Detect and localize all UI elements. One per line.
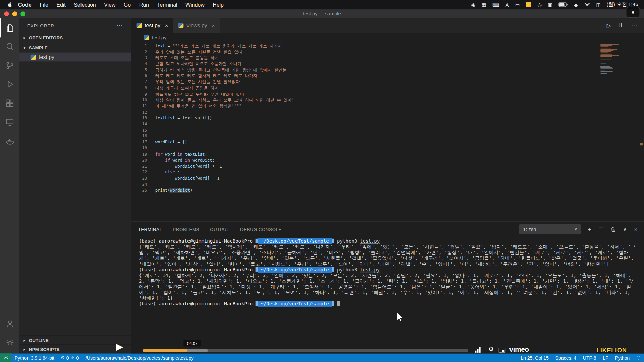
screen-record-icon[interactable]: ◉ <box>471 2 475 7</box>
menu-item-go[interactable]: Go <box>120 2 135 8</box>
code-editor[interactable]: 1text = """케로 케로 케로 케로 힘차게 케로 케로 케로 나가자2… <box>131 42 644 221</box>
menu-item-file[interactable]: File <box>36 2 52 8</box>
video-progress-bar[interactable] <box>143 349 468 352</box>
minimize-window-button[interactable] <box>12 11 17 16</box>
cursor-position[interactable]: Ln 25, Col 15 <box>517 355 552 360</box>
code-line-9[interactable]: 9힘들어도 밝은 얼굴 웃어봐 우린 내일이 있어 <box>131 91 644 97</box>
video-settings-gear-icon[interactable]: ⚙ <box>488 346 494 352</box>
kill-terminal-button[interactable] <box>610 226 616 232</box>
maximize-panel-button[interactable]: ∧ <box>623 226 627 232</box>
indentation[interactable]: Spaces: 4 <box>552 355 580 360</box>
terminal-content[interactable]: (base) aurorawhale@gimmingiui-MacBookPro… <box>131 236 644 354</box>
activity-bar-accounts[interactable] <box>0 314 19 333</box>
minimap[interactable] <box>600 44 638 74</box>
section-npm-scripts[interactable]: ▸ NPM SCRIPTS <box>19 344 131 353</box>
breadcrumb[interactable]: test.py <box>131 33 644 42</box>
breadcrumb-item[interactable]: test.py <box>152 35 166 40</box>
menu-item-terminal[interactable]: Terminal <box>153 2 181 8</box>
code-line-23[interactable]: 23 wordDict[word] = 1 <box>131 176 644 182</box>
siri-icon[interactable]: ◎ <box>537 2 542 7</box>
screen-mirroring-icon[interactable]: ▣ <box>548 2 552 7</box>
code-line-16[interactable]: 16 <box>131 133 644 139</box>
code-line-22[interactable]: 22 else : <box>131 170 644 176</box>
code-line-5[interactable]: 5급하게 탄 버스 방향 틀리고 건널목에 가면 항상 내 앞에서 빨간불 <box>131 67 644 73</box>
close-icon[interactable]: × <box>212 22 215 29</box>
code-line-24[interactable]: 24 <box>131 182 644 188</box>
code-line-18[interactable]: 18 <box>131 145 644 152</box>
run-file-button[interactable]: ▷ <box>607 22 611 29</box>
vimeo-logo[interactable]: vimeo <box>509 346 529 354</box>
video-like-button[interactable]: ♥ <box>626 7 640 18</box>
more-actions-icon[interactable]: ⋯ <box>632 22 637 29</box>
code-line-25[interactable]: 25print(wordDict) <box>131 188 644 194</box>
code-line-13[interactable]: 13textList = text.split() <box>131 115 644 121</box>
code-line-1[interactable]: 1text = """케로 케로 케로 케로 힘차게 케로 케로 케로 나가자 <box>131 43 644 49</box>
code-line-15[interactable]: 15 <box>131 127 644 133</box>
python-interpreter[interactable]: Python 3.9.1 64-bit <box>11 355 58 360</box>
remote-indicator[interactable]: >< <box>0 353 11 362</box>
language-mode[interactable]: Python <box>611 355 633 360</box>
panel-tab-debug-console[interactable]: DEBUG CONSOLE <box>240 227 282 232</box>
menu-item-window[interactable]: Window <box>181 2 209 8</box>
split-terminal-button[interactable] <box>598 226 604 232</box>
apple-logo-icon[interactable] <box>6 2 13 8</box>
activity-bar-search[interactable] <box>0 37 19 56</box>
app-grid-icon[interactable]: ▦ <box>482 2 486 7</box>
panel-tab-problems[interactable]: PROBLEMS <box>173 227 199 232</box>
code-line-8[interactable]: 8다섯 개구리 모여서 공명을 하네 <box>131 85 644 91</box>
activity-bar-remote-explorer[interactable] <box>0 113 19 131</box>
activity-bar-explorer[interactable] <box>0 18 19 37</box>
panel-tab-output[interactable]: OUTPUT <box>210 227 229 232</box>
code-line-6[interactable]: 6케로 케로 케로 케로 힘차게 케로 케로 케로 나가자 <box>131 73 644 79</box>
code-line-11[interactable]: 11이 세상에 두려운 건 없어 너와 함께면!""" <box>131 103 644 109</box>
code-line-12[interactable]: 12 <box>131 109 644 115</box>
notifications-bell-icon[interactable] <box>633 355 644 360</box>
more-actions-icon[interactable]: ⋯ <box>117 22 123 29</box>
problems-indicator[interactable]: ⊘ 0 ⚠ 0 <box>58 355 82 360</box>
display-icon[interactable]: ▭ <box>515 2 520 7</box>
tab-views.py[interactable]: views.py× <box>173 18 220 33</box>
activity-bar-source-control[interactable] <box>0 56 19 75</box>
code-line-10[interactable]: 10세상 일이 힘이 들고 지쳐도 우리 모두 모여 하나 되면 해낼 수 있어… <box>131 97 644 103</box>
code-line-7[interactable]: 7우리 앞에 있는 모든 시련들 겁낼 필요없다 <box>131 79 644 85</box>
menu-item-code[interactable]: Code <box>14 2 36 8</box>
activity-bar-docker[interactable] <box>0 132 19 150</box>
code-line-14[interactable]: 14 <box>131 121 644 127</box>
new-terminal-button[interactable]: + <box>588 226 591 232</box>
video-play-button[interactable]: ▶ <box>116 342 123 351</box>
section-folder[interactable]: ▾ SAMPLE <box>19 43 131 52</box>
code-line-17[interactable]: 17wordDict = {} <box>131 139 644 145</box>
likelion-icon[interactable] <box>526 2 531 7</box>
menu-item-selection[interactable]: Selection <box>70 2 100 8</box>
shell-selector[interactable]: 1: zsh ∨ <box>519 224 581 234</box>
wifi-icon[interactable] <box>584 2 590 7</box>
control-center-icon[interactable]: ◫ <box>596 2 601 7</box>
eol-sequence[interactable]: LF <box>599 355 611 360</box>
input-source-icon[interactable]: A <box>506 2 509 7</box>
code-line-19[interactable]: 19for word in textList: <box>131 152 644 158</box>
code-line-21[interactable]: 21 wordDict[word] += 1 <box>131 164 644 170</box>
menu-item-run[interactable]: Run <box>135 2 153 8</box>
menu-item-view[interactable]: View <box>100 2 120 8</box>
code-line-4[interactable]: 4큰맘 먹고 세차하면 비오고 소풍가면 소나기 <box>131 61 644 67</box>
file-item-test.py[interactable]: test.py <box>19 53 131 62</box>
activity-bar-settings[interactable] <box>0 333 19 352</box>
shortcuts-icon[interactable]: ◆ <box>574 2 578 7</box>
panel-tab-terminal[interactable]: TERMINAL <box>138 227 162 232</box>
menu-item-help[interactable]: Help <box>209 2 228 8</box>
video-quality-icon[interactable] <box>475 347 481 353</box>
section-open-editors[interactable]: ▸ OPEN EDITORS <box>19 33 131 43</box>
encoding[interactable]: UTF-8 <box>580 355 600 360</box>
split-editor-button[interactable] <box>619 22 624 29</box>
section-outline[interactable]: ▸ OUTLINE <box>19 335 131 344</box>
keyboard-icon[interactable]: ⌨ <box>492 2 499 7</box>
activity-bar-run-debug[interactable] <box>0 75 19 94</box>
video-pip-icon[interactable] <box>499 348 506 353</box>
menu-item-edit[interactable]: Edit <box>52 2 70 8</box>
code-line-2[interactable]: 2우리 앞에 있는 모든 시련들 겁낼 필요 없다 <box>131 49 644 55</box>
close-icon[interactable]: × <box>165 22 168 29</box>
zoom-window-button[interactable] <box>20 11 25 16</box>
code-line-3[interactable]: 3케로로 소대 오늘도 출동을 하네 <box>131 55 644 61</box>
code-line-20[interactable]: 20 if word in wordDict: <box>131 158 644 164</box>
tab-test.py[interactable]: test.py× <box>131 18 173 33</box>
